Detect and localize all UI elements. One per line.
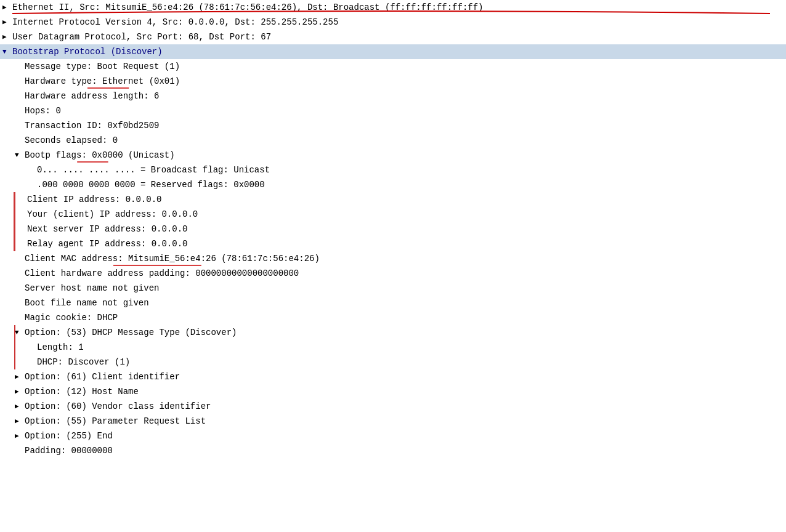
server-host-line-text: Server host name not given — [25, 281, 159, 295]
toggle-icon[interactable]: ▶ — [15, 414, 25, 428]
client-mac-line[interactable]: Client MAC address: MitsumiE_56:e4:26 (7… — [0, 251, 786, 266]
option60-line-text: Option: (60) Vendor class identifier — [25, 400, 211, 413]
hw-len-line-text: Hardware address length: 6 — [25, 89, 159, 103]
client-hw-padding-line-text: Client hardware address padding: 0000000… — [25, 267, 299, 280]
transaction-line-text: Transaction ID: 0xf0bd2509 — [25, 119, 159, 132]
broadcast-flag-line[interactable]: 0... .... .... .... = Broadcast flag: Un… — [0, 163, 786, 177]
ip-line[interactable]: ▶Internet Protocol Version 4, Src: 0.0.0… — [0, 15, 786, 30]
toggle-icon[interactable]: ▶ — [15, 400, 25, 413]
length-line[interactable]: Length: 1 — [0, 340, 786, 355]
next-server-line-text: Next server IP address: 0.0.0.0 — [27, 222, 187, 236]
relay-agent-line-text: Relay agent IP address: 0.0.0.0 — [27, 237, 187, 251]
boot-file-line-text: Boot file name not given — [25, 296, 149, 310]
lines-container: ▶Ethernet II, Src: MitsumiE_56:e4:26 (78… — [0, 0, 786, 458]
your-ip-line[interactable]: Your (client) IP address: 0.0.0.0 — [14, 207, 786, 222]
hw-type-line-text: Hardware type: Ethernet (0x01) — [25, 75, 180, 88]
reserved-flags-line[interactable]: .000 0000 0000 0000 = Reserved flags: 0x… — [0, 177, 786, 192]
reserved-flags-line-text: .000 0000 0000 0000 = Reserved flags: 0x… — [37, 178, 265, 191]
next-server-line[interactable]: Next server IP address: 0.0.0.0 — [14, 222, 786, 236]
hops-line-text: Hops: 0 — [25, 104, 61, 118]
toggle-icon[interactable]: ▼ — [15, 148, 25, 162]
hops-line[interactable]: Hops: 0 — [0, 103, 786, 118]
ip-line-text: Internet Protocol Version 4, Src: 0.0.0.… — [12, 15, 338, 29]
magic-cookie-line[interactable]: Magic cookie: DHCP — [0, 310, 786, 325]
ethernet-line[interactable]: ▶Ethernet II, Src: MitsumiE_56:e4:26 (78… — [0, 0, 786, 15]
option255-line-text: Option: (255) End — [25, 429, 113, 443]
padding-line[interactable]: Padding: 00000000 — [0, 443, 786, 458]
udp-line[interactable]: ▶User Datagram Protocol, Src Port: 68, D… — [0, 30, 786, 44]
bootstrap-line-text: Bootstrap Protocol (Discover) — [12, 45, 163, 58]
client-ip-line[interactable]: Client IP address: 0.0.0.0 — [14, 192, 786, 207]
client-hw-padding-line[interactable]: Client hardware address padding: 0000000… — [0, 266, 786, 281]
option53-line-text: Option: (53) DHCP Message Type (Discover… — [25, 326, 237, 339]
toggle-icon[interactable]: ▶ — [2, 1, 12, 14]
option61-line-text: Option: (61) Client identifier — [25, 370, 180, 384]
padding-line-text: Padding: 00000000 — [25, 444, 113, 457]
option55-line-text: Option: (55) Parameter Request List — [25, 414, 206, 428]
bootp-flags-line[interactable]: ▼Bootp flags: 0x0000 (Unicast) — [0, 148, 786, 163]
boot-file-line[interactable]: Boot file name not given — [0, 296, 786, 310]
toggle-icon[interactable]: ▶ — [2, 30, 12, 44]
hw-len-line[interactable]: Hardware address length: 6 — [0, 89, 786, 103]
bootstrap-line[interactable]: ▼Bootstrap Protocol (Discover) — [0, 44, 786, 59]
dhcp-discover-line[interactable]: DHCP: Discover (1) — [0, 355, 786, 369]
relay-agent-line[interactable]: Relay agent IP address: 0.0.0.0 — [14, 236, 786, 251]
client-ip-line-text: Client IP address: 0.0.0.0 — [27, 193, 161, 206]
toggle-icon[interactable]: ▶ — [15, 370, 25, 384]
seconds-line-text: Seconds elapsed: 0 — [25, 134, 118, 147]
udp-line-text: User Datagram Protocol, Src Port: 68, Ds… — [12, 30, 271, 44]
length-line-text: Length: 1 — [37, 341, 84, 354]
option60-line[interactable]: ▶Option: (60) Vendor class identifier — [0, 399, 786, 414]
magic-cookie-line-text: Magic cookie: DHCP — [25, 311, 118, 324]
option53-line[interactable]: ▼Option: (53) DHCP Message Type (Discove… — [0, 325, 786, 340]
msg-type-line-text: Message type: Boot Request (1) — [25, 60, 180, 73]
toggle-icon[interactable]: ▶ — [2, 15, 12, 29]
broadcast-flag-line-text: 0... .... .... .... = Broadcast flag: Un… — [37, 163, 270, 177]
toggle-icon[interactable]: ▼ — [2, 45, 12, 58]
option12-line-text: Option: (12) Host Name — [25, 385, 139, 398]
client-mac-line-text: Client MAC address: MitsumiE_56:e4:26 (7… — [25, 252, 320, 265]
transaction-line[interactable]: Transaction ID: 0xf0bd2509 — [0, 118, 786, 133]
option255-line[interactable]: ▶Option: (255) End — [0, 429, 786, 443]
dhcp-discover-line-text: DHCP: Discover (1) — [37, 355, 130, 369]
bootp-flags-line-text: Bootp flags: 0x0000 (Unicast) — [25, 148, 175, 162]
packet-detail-panel: ▶Ethernet II, Src: MitsumiE_56:e4:26 (78… — [0, 0, 786, 458]
toggle-icon[interactable]: ▶ — [15, 429, 25, 443]
seconds-line[interactable]: Seconds elapsed: 0 — [0, 133, 786, 148]
msg-type-line[interactable]: Message type: Boot Request (1) — [0, 59, 786, 74]
option61-line[interactable]: ▶Option: (61) Client identifier — [0, 369, 786, 384]
toggle-icon[interactable]: ▶ — [15, 385, 25, 398]
hw-type-line[interactable]: Hardware type: Ethernet (0x01) — [0, 74, 786, 89]
your-ip-line-text: Your (client) IP address: 0.0.0.0 — [27, 208, 198, 221]
option12-line[interactable]: ▶Option: (12) Host Name — [0, 384, 786, 399]
toggle-icon[interactable]: ▼ — [15, 326, 25, 339]
ethernet-line-text: Ethernet II, Src: MitsumiE_56:e4:26 (78:… — [12, 1, 484, 14]
server-host-line[interactable]: Server host name not given — [0, 281, 786, 296]
option55-line[interactable]: ▶Option: (55) Parameter Request List — [0, 414, 786, 429]
